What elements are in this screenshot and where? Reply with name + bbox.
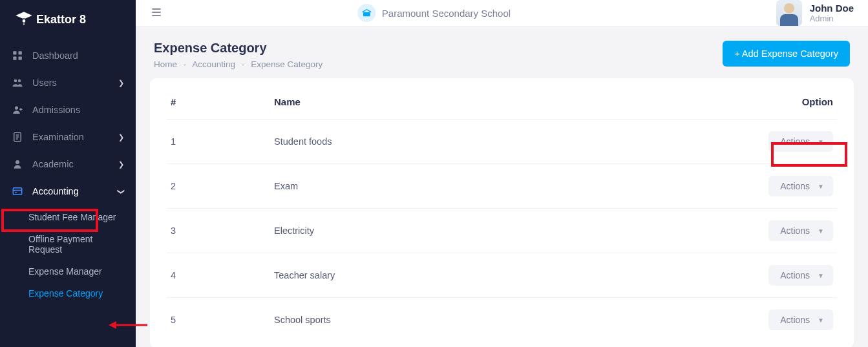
chevron-down-icon: ❯ [117,189,125,195]
admissions-icon [12,104,23,116]
sidebar-nav: Dashboard Users ❯ Admissions Examinatio [0,42,136,205]
svg-point-10 [16,160,19,164]
sidebar-item-admissions[interactable]: Admissions [0,96,136,123]
hamburger-icon[interactable] [150,6,163,21]
expense-category-table: # Name Option 1Student foodsActions▼2Exa… [167,87,837,342]
school-name: Paramount Secondary School [382,8,511,19]
school-icon [357,4,376,22]
cell-name: Electricity [270,209,734,253]
brand-icon [18,14,30,26]
add-expense-category-button[interactable]: + Add Expense Category [723,41,850,67]
table-row: 5School sportsActions▼ [167,298,837,342]
breadcrumb-sep: - [184,59,187,69]
breadcrumb-item[interactable]: Expense Category [251,59,323,69]
subnav-expense-manager[interactable]: Expense Manager [0,260,136,282]
page-header: Expense Category Home - Accounting - Exp… [136,26,868,78]
user-menu[interactable]: John Doe Admin [776,0,854,26]
school-selector[interactable]: Paramount Secondary School [357,4,511,22]
actions-button[interactable]: Actions▼ [768,131,833,152]
table-row: 4Teacher salaryActions▼ [167,253,837,298]
actions-label: Actions [780,270,810,280]
actions-label: Actions [780,181,810,191]
actions-button[interactable]: Actions▼ [768,265,833,286]
table-card: # Name Option 1Student foodsActions▼2Exa… [150,78,854,347]
avatar [776,0,802,26]
brand-name: Ekattor 8 [36,13,86,26]
svg-rect-3 [19,51,22,54]
sidebar-item-label: Accounting [32,186,79,196]
sidebar-item-accounting[interactable]: Accounting ❯ [0,178,136,205]
actions-button[interactable]: Actions▼ [768,220,833,241]
sidebar-item-examination[interactable]: Examination ❯ [0,123,136,151]
cell-num: 4 [167,253,270,298]
sidebar-item-dashboard[interactable]: Dashboard [0,42,136,69]
cell-name: Student foods [270,120,734,164]
chevron-right-icon: ❯ [118,79,124,87]
subnav-student-fee-manager[interactable]: Student Fee Manager [0,206,136,228]
caret-down-icon: ▼ [818,272,824,279]
cell-name: Exam [270,164,734,209]
svg-point-7 [18,79,21,83]
chevron-right-icon: ❯ [118,160,124,169]
actions-label: Actions [780,315,810,325]
sidebar-item-label: Users [32,78,57,88]
svg-rect-4 [13,57,16,60]
svg-point-8 [15,106,18,109]
brand-logo[interactable]: Ekattor 8 [0,9,136,42]
subnav-offline-payment-request[interactable]: Offline Payment Request [0,228,136,260]
page-title: Expense Category [154,41,323,56]
col-name: Name [270,87,734,120]
academic-icon [12,158,23,170]
breadcrumb: Home - Accounting - Expense Category [154,59,323,69]
breadcrumb-sep: - [242,59,245,69]
sidebar-item-academic[interactable]: Academic ❯ [0,151,136,178]
sidebar-item-label: Admissions [32,105,80,115]
user-role: Admin [810,14,854,23]
users-icon [12,77,23,89]
subnav-expense-category[interactable]: Expense Category [0,282,136,304]
cell-option: Actions▼ [734,120,837,164]
accounting-subnav: Student Fee Manager Offline Payment Requ… [0,205,136,307]
sidebar-item-label: Examination [32,132,84,142]
cell-num: 3 [167,209,270,253]
cell-option: Actions▼ [734,298,837,342]
table-row: 3ElectricityActions▼ [167,209,837,253]
caret-down-icon: ▼ [818,183,824,190]
actions-label: Actions [780,136,810,147]
svg-rect-2 [13,51,16,54]
cell-name: School sports [270,298,734,342]
caret-down-icon: ▼ [818,317,824,324]
cell-option: Actions▼ [734,253,837,298]
accounting-icon [12,185,23,197]
sidebar-item-label: Dashboard [32,50,78,61]
cell-num: 1 [167,120,270,164]
svg-point-6 [14,79,17,83]
col-option: Option [734,87,837,120]
chevron-right-icon: ❯ [118,133,124,142]
table-row: 1Student foodsActions▼ [167,120,837,164]
topbar: Paramount Secondary School John Doe Admi… [136,0,868,26]
cell-name: Teacher salary [270,253,734,298]
actions-button[interactable]: Actions▼ [768,310,833,330]
main-area: Paramount Secondary School John Doe Admi… [136,0,868,347]
cell-option: Actions▼ [734,164,837,209]
sidebar: Ekattor 8 Dashboard Users ❯ Admissi [0,0,136,347]
dashboard-icon [12,50,23,61]
caret-down-icon: ▼ [818,138,824,145]
col-num: # [167,87,270,120]
sidebar-item-users[interactable]: Users ❯ [0,69,136,96]
breadcrumb-item[interactable]: Home [154,59,177,69]
svg-rect-11 [13,188,22,195]
actions-label: Actions [780,226,810,236]
actions-button[interactable]: Actions▼ [768,176,833,196]
cell-num: 2 [167,164,270,209]
examination-icon [12,131,23,143]
caret-down-icon: ▼ [818,227,824,235]
svg-point-1 [23,20,25,22]
sidebar-item-label: Academic [32,159,74,169]
breadcrumb-item[interactable]: Accounting [192,59,235,69]
svg-rect-5 [19,57,22,60]
cell-num: 5 [167,298,270,342]
table-row: 2ExamActions▼ [167,164,837,209]
user-name: John Doe [810,3,854,14]
